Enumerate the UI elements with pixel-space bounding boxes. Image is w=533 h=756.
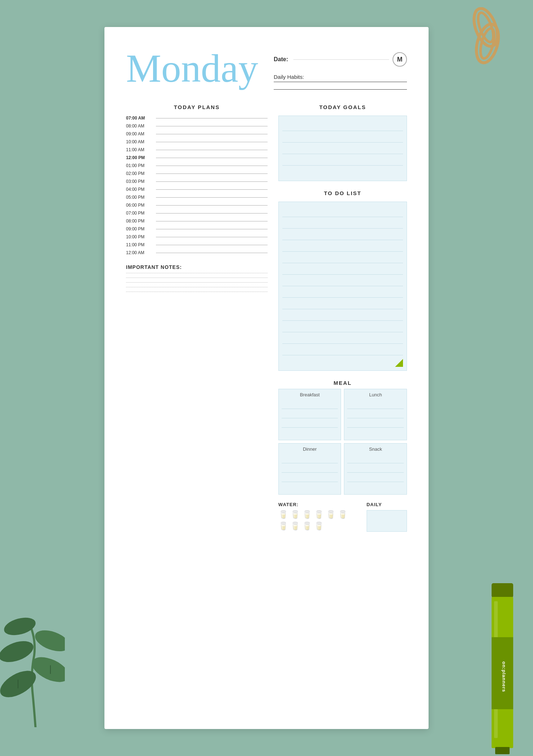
meal-line — [347, 454, 404, 463]
time-line — [156, 142, 268, 142]
glass-icon: 🥛 — [338, 510, 348, 519]
time-slot: 08:00 AM — [126, 123, 268, 129]
time-slot: 06:00 PM — [126, 203, 268, 208]
right-column: TODAY GOALS TO DO LIST — [278, 104, 407, 532]
goals-line — [282, 154, 403, 166]
todo-line — [282, 263, 403, 275]
time-line — [156, 197, 268, 198]
planner-page: Monday Date: M Daily Habits: TODAY PLANS… — [104, 27, 429, 729]
date-row: Date: M — [274, 52, 407, 67]
notes-label: IMPORTANT NOTES: — [126, 264, 268, 270]
time-slot: 03:00 PM — [126, 179, 268, 184]
time-line — [156, 166, 268, 166]
meal-grid: Breakfast Lunch — [278, 389, 407, 495]
lunch-box: Lunch — [344, 389, 407, 440]
header-right: Date: M Daily Habits: — [259, 45, 407, 90]
todo-line — [282, 344, 403, 355]
time-slot: 02:00 PM — [126, 171, 268, 176]
time-line — [156, 134, 268, 134]
time-label: 02:00 PM — [126, 171, 153, 176]
goals-line — [282, 166, 403, 177]
meal-line — [282, 428, 338, 437]
time-slot: 04:00 PM — [126, 187, 268, 192]
todo-line — [282, 355, 403, 367]
meal-line — [282, 463, 338, 473]
notes-dots-line-3 — [126, 282, 268, 283]
time-slots-container: 07:00 AM 08:00 AM 09:00 AM 10:00 AM 11:0… — [126, 116, 268, 255]
habits-line-2 — [274, 89, 407, 90]
todo-line — [282, 229, 403, 240]
time-label: 08:00 PM — [126, 219, 153, 224]
glass-icon: 🥛 — [326, 510, 336, 519]
snack-label: Snack — [347, 446, 404, 452]
time-label: 10:00 AM — [126, 139, 153, 144]
header-section: Monday Date: M Daily Habits: — [126, 45, 407, 90]
water-left: WATER: 🥛 🥛 🥛 🥛 🥛 🥛 🥛 🥛 🥛 🥛 — [278, 502, 359, 531]
notes-dots-line-5 — [126, 292, 268, 292]
goals-line — [282, 131, 403, 143]
meal-line — [282, 473, 338, 482]
daily-section: DAILY — [367, 502, 407, 532]
water-glasses: 🥛 🥛 🥛 🥛 🥛 🥛 🥛 🥛 🥛 🥛 — [278, 510, 359, 531]
svg-point-6 — [0, 637, 36, 666]
time-label: 09:00 AM — [126, 131, 153, 136]
plant-decoration — [0, 583, 65, 727]
time-slot: 10:00 AM — [126, 139, 268, 144]
svg-rect-11 — [492, 583, 513, 598]
todo-line — [282, 217, 403, 229]
todo-line — [282, 286, 403, 298]
meal-line — [282, 400, 338, 409]
todo-line — [282, 309, 403, 321]
time-label: 11:00 PM — [126, 242, 153, 247]
meal-line — [282, 418, 338, 428]
daily-label: DAILY — [367, 502, 407, 507]
todo-list-title: TO DO LIST — [278, 190, 407, 196]
time-line — [156, 221, 268, 221]
today-goals-box — [278, 116, 407, 181]
date-dots-line — [294, 59, 389, 60]
glass-icon: 🥛 — [302, 522, 312, 531]
breakfast-label: Breakfast — [282, 392, 338, 397]
lunch-label: Lunch — [347, 392, 404, 397]
time-slot: 08:00 PM — [126, 219, 268, 224]
time-line — [156, 150, 268, 150]
time-label: 11:00 AM — [126, 147, 153, 152]
todo-line — [282, 298, 403, 309]
notes-dots-line-2 — [126, 278, 268, 278]
green-flag-icon — [395, 359, 403, 367]
meal-line — [347, 463, 404, 473]
dinner-label: Dinner — [282, 446, 338, 452]
water-section: WATER: 🥛 🥛 🥛 🥛 🥛 🥛 🥛 🥛 🥛 🥛 — [278, 502, 407, 532]
time-line — [156, 213, 268, 213]
habits-line-1 — [274, 82, 407, 82]
todo-line — [282, 321, 403, 332]
time-label: 07:00 AM — [126, 116, 153, 121]
main-content: TODAY PLANS 07:00 AM 08:00 AM 09:00 AM 1… — [126, 104, 407, 532]
date-label: Date: — [274, 56, 288, 63]
paperclip-decoration — [439, 7, 511, 65]
meal-section-title: MEAL — [278, 380, 407, 386]
todo-list-box — [278, 202, 407, 371]
time-label: 08:00 AM — [126, 123, 153, 129]
glass-icon: 🥛 — [290, 510, 300, 519]
time-label: 04:00 PM — [126, 187, 153, 192]
time-slot: 09:00 AM — [126, 131, 268, 136]
meal-line — [282, 482, 338, 491]
todo-container — [278, 202, 407, 371]
meal-line — [347, 418, 404, 428]
daily-box — [367, 510, 407, 532]
notes-section: IMPORTANT NOTES: — [126, 264, 268, 292]
time-slot: 05:00 PM — [126, 195, 268, 200]
time-line — [156, 118, 268, 118]
time-line — [156, 181, 268, 182]
svg-point-2 — [472, 22, 502, 65]
time-label: 09:00 PM — [126, 226, 153, 231]
meal-line — [347, 473, 404, 482]
dinner-box: Dinner — [278, 443, 341, 495]
water-label: WATER: — [278, 502, 359, 507]
time-slot: 01:00 PM — [126, 163, 268, 168]
todo-line — [282, 206, 403, 217]
meal-line — [282, 409, 338, 418]
time-label: 01:00 PM — [126, 163, 153, 168]
glass-icon: 🥛 — [290, 522, 300, 531]
